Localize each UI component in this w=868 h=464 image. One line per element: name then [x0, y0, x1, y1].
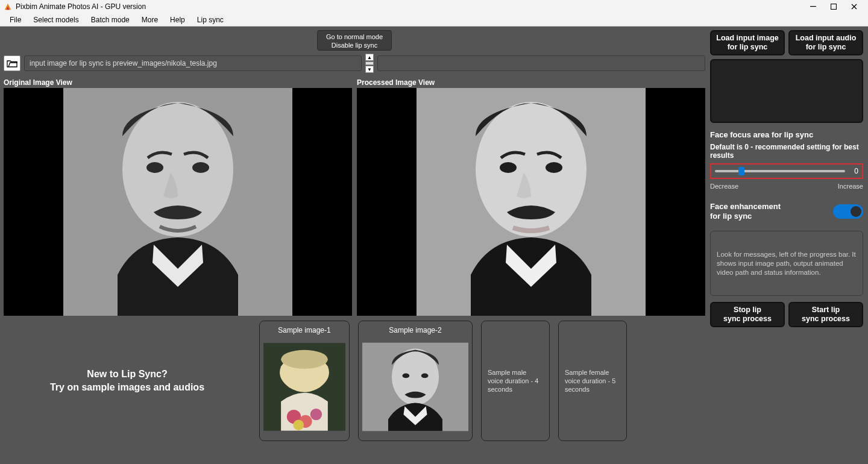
- step-mid: [365, 61, 374, 65]
- svg-point-19: [402, 374, 409, 378]
- status-message-box: Look for messages, left of the progress …: [710, 231, 863, 296]
- load-input-image-button[interactable]: Load input imagefor lip sync: [710, 30, 785, 55]
- sample-female-voice-text: Sample female voice duration - 5 seconds: [562, 326, 623, 436]
- step-up-button[interactable]: ▲: [365, 54, 374, 61]
- audio-path-field[interactable]: [377, 55, 705, 71]
- focus-slider-value: 0: [849, 167, 858, 175]
- open-folder-button[interactable]: [4, 55, 20, 71]
- mode-line2: Disable lip sync: [332, 42, 377, 49]
- load-input-audio-button[interactable]: Load input audiofor lip sync: [788, 30, 863, 55]
- svg-rect-0: [810, 6, 816, 7]
- image-path-field[interactable]: input image for lip sync is preview_imag…: [24, 55, 362, 71]
- toggle-mode-button[interactable]: Go to normal mode Disable lip sync: [317, 30, 392, 51]
- svg-rect-1: [831, 4, 837, 10]
- svg-point-8: [500, 162, 517, 173]
- main-area: Go to normal mode Disable lip sync input…: [0, 27, 708, 464]
- stop-lip-sync-button[interactable]: Stop lipsync process: [710, 302, 785, 327]
- stepper: ▲ ▼: [365, 54, 374, 73]
- titlebar: Pixbim Animate Photos AI - GPU version: [0, 0, 868, 13]
- start-lip-sync-button[interactable]: Start lipsync process: [788, 302, 863, 327]
- decrease-label: Decrease: [710, 183, 738, 190]
- window-title: Pixbim Animate Photos AI - GPU version: [16, 2, 803, 11]
- menu-file[interactable]: File: [4, 14, 27, 25]
- sample-image-1-thumb: [263, 338, 345, 436]
- svg-point-9: [546, 162, 562, 173]
- original-image-view: [4, 88, 352, 316]
- minimize-button[interactable]: [803, 0, 823, 13]
- menu-lip-sync[interactable]: Lip sync: [191, 14, 230, 25]
- menu-help[interactable]: Help: [164, 14, 191, 25]
- menubar: File Select models Batch mode More Help …: [0, 13, 868, 27]
- path-row: input image for lip sync is preview_imag…: [4, 54, 705, 72]
- enhancement-label: Face enhancement for lip sync: [710, 202, 781, 221]
- focus-slider-wrap: 0: [710, 163, 863, 179]
- close-button[interactable]: [844, 0, 864, 13]
- menu-batch-mode[interactable]: Batch mode: [85, 14, 136, 25]
- mode-line1: Go to normal mode: [326, 33, 383, 40]
- sample-male-voice[interactable]: Sample male voice duration - 4 seconds: [481, 321, 550, 441]
- sample-male-voice-text: Sample male voice duration - 4 seconds: [485, 326, 546, 436]
- sample-image-1[interactable]: Sample image-1: [259, 321, 350, 441]
- menu-select-models[interactable]: Select models: [27, 14, 84, 25]
- sample-image-2[interactable]: Sample image-2: [358, 321, 473, 441]
- svg-point-5: [192, 162, 209, 173]
- intro-text: New to Lip Sync? Try on sample images an…: [4, 321, 251, 441]
- sample-image-2-thumb: [362, 338, 468, 436]
- svg-point-15: [310, 409, 322, 420]
- focus-subheader: Default is 0 - recommended setting for b…: [710, 143, 863, 160]
- svg-point-4: [146, 162, 163, 173]
- enhancement-toggle[interactable]: [833, 204, 863, 219]
- focus-header: Face focus area for lip sync: [710, 130, 863, 139]
- svg-point-16: [294, 419, 304, 430]
- sidebar: Load input imagefor lip sync Load input …: [708, 27, 868, 464]
- audio-preview-box: [710, 59, 863, 123]
- svg-point-12: [281, 350, 328, 369]
- sample-female-voice[interactable]: Sample female voice duration - 5 seconds: [558, 321, 627, 441]
- svg-point-20: [421, 374, 429, 378]
- sample-image-2-caption: Sample image-2: [389, 326, 441, 334]
- processed-image-view: [357, 88, 705, 316]
- processed-view-label: Processed Image View: [357, 78, 705, 87]
- focus-slider[interactable]: [715, 167, 845, 175]
- maximize-button[interactable]: [823, 0, 844, 13]
- sample-image-1-caption: Sample image-1: [278, 326, 330, 334]
- original-view-label: Original Image View: [4, 78, 352, 87]
- step-down-button[interactable]: ▼: [365, 66, 374, 73]
- increase-label: Increase: [838, 183, 863, 190]
- menu-more[interactable]: More: [136, 14, 164, 25]
- app-icon: [4, 2, 12, 11]
